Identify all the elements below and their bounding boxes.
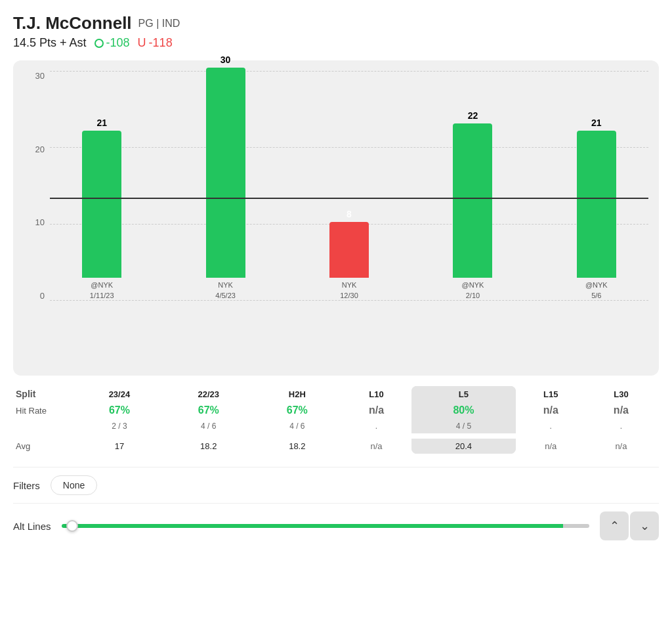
hit-rate-h2h: 67% — [253, 402, 341, 419]
alt-lines-slider[interactable] — [62, 524, 589, 528]
avg-l5: 20.4 — [411, 439, 516, 454]
avg-2223: 18.2 — [164, 439, 253, 454]
filters-none-button[interactable]: None — [51, 475, 97, 495]
arrow-up-button[interactable]: ⌃ — [600, 511, 629, 540]
fraction-label — [16, 419, 75, 433]
over-badge: -108 — [94, 36, 130, 50]
split-2324: 23/24 — [75, 386, 164, 402]
bar-group-3: 8 NYK12/30 — [297, 209, 401, 301]
hit-rate-l10: n/a — [341, 402, 411, 419]
bar-2 — [206, 68, 245, 278]
fractions-row: 2 / 3 4 / 6 4 / 6 . 4 / 5 . . — [16, 419, 656, 433]
alt-lines-label: Alt Lines — [13, 521, 51, 532]
hit-rate-l30: n/a — [586, 402, 656, 419]
bar-1 — [82, 131, 121, 278]
bar-label-1: @NYK1/11/23 — [90, 280, 114, 301]
under-odds: -118 — [149, 36, 173, 50]
arrow-down-button[interactable]: ⌄ — [630, 511, 659, 540]
split-h2h: H2H — [253, 386, 341, 402]
bar-group-5: 21 @NYK5/6 — [545, 118, 648, 301]
y-axis: 30 20 10 0 — [24, 71, 45, 320]
bar-value-2: 30 — [220, 54, 231, 65]
bar-label-2: NYK4/5/23 — [215, 280, 236, 301]
bar-5 — [577, 131, 616, 278]
avg-label: Avg — [16, 439, 75, 454]
fraction-h2h: 4 / 6 — [253, 419, 341, 433]
over-odds: -108 — [106, 36, 130, 50]
player-position-team: PG | IND — [138, 18, 180, 30]
y-label-30: 30 — [24, 71, 45, 81]
chart-container: 30 20 10 0 21 @NYK1/11/23 30 — [13, 60, 659, 376]
hit-rate-2324: 67% — [75, 402, 164, 419]
bar-label-3: NYK12/30 — [340, 280, 358, 301]
split-l30: L30 — [586, 386, 656, 402]
bar-label-5: @NYK5/6 — [585, 280, 608, 301]
fraction-l15: . — [516, 419, 586, 433]
slider-track — [62, 524, 589, 528]
y-label-0: 0 — [24, 291, 45, 301]
split-2223: 22/23 — [164, 386, 253, 402]
split-l15: L15 — [516, 386, 586, 402]
split-l5: L5 — [411, 386, 516, 402]
avg-l10: n/a — [341, 439, 411, 454]
fraction-l10: . — [341, 419, 411, 433]
hit-rate-label: Hit Rate — [16, 402, 75, 419]
split-l10: L10 — [341, 386, 411, 402]
bar-value-1: 21 — [96, 118, 107, 128]
player-name-row: T.J. McConnell PG | IND — [13, 13, 659, 33]
bars-row: 21 @NYK1/11/23 30 NYK4/5/23 8 NYK12/30 2… — [50, 54, 648, 320]
line-label: 14.5 Pts + Ast — [13, 36, 87, 50]
filters-label: Filters — [13, 480, 40, 491]
player-header: T.J. McConnell PG | IND 14.5 Pts + Ast -… — [13, 13, 659, 50]
y-label-20: 20 — [24, 144, 45, 154]
bar-group-4: 22 @NYK2/10 — [421, 110, 524, 301]
bar-group-2: 30 NYK4/5/23 — [173, 54, 277, 301]
slider-thumb[interactable] — [66, 520, 78, 532]
bar-label-4: @NYK2/10 — [462, 280, 484, 301]
arrow-buttons: ⌃ ⌄ — [600, 511, 659, 540]
alt-lines-section: Alt Lines ⌃ ⌄ — [13, 503, 659, 548]
bar-value-4: 22 — [468, 110, 478, 121]
bar-3 — [329, 222, 369, 278]
hit-rate-l15: n/a — [516, 402, 586, 419]
over-icon — [94, 39, 104, 48]
hit-rate-2223: 67% — [164, 402, 253, 419]
bar-4 — [453, 123, 492, 278]
fraction-l5: 4 / 5 — [411, 419, 516, 433]
chart-area: 30 20 10 0 21 @NYK1/11/23 30 — [24, 71, 648, 320]
y-label-10: 10 — [24, 217, 45, 227]
avg-h2h: 18.2 — [253, 439, 341, 454]
stats-table: Split 23/24 22/23 H2H L10 L5 L15 L30 Hit… — [16, 386, 656, 454]
player-line-info: 14.5 Pts + Ast -108 U -118 — [13, 36, 659, 50]
avg-l30: n/a — [586, 439, 656, 454]
hit-rate-l5: 80% — [411, 402, 516, 419]
under-badge: U -118 — [138, 36, 173, 50]
player-name: T.J. McConnell — [13, 13, 132, 33]
bar-value-3: 8 — [346, 209, 352, 219]
split-header-row: Split 23/24 22/23 H2H L10 L5 L15 L30 — [16, 386, 656, 402]
avg-l15: n/a — [516, 439, 586, 454]
fraction-l30: . — [586, 419, 656, 433]
under-u-label: U — [138, 36, 146, 50]
filters-section: Filters None — [13, 467, 659, 503]
bar-group-1: 21 @NYK1/11/23 — [50, 118, 154, 301]
fraction-2324: 2 / 3 — [75, 419, 164, 433]
hit-rate-row: Hit Rate 67% 67% 67% n/a 80% n/a n/a — [16, 402, 656, 419]
stats-section: Split 23/24 22/23 H2H L10 L5 L15 L30 Hit… — [13, 386, 659, 454]
avg-row: Avg 17 18.2 18.2 n/a 20.4 n/a n/a — [16, 439, 656, 454]
threshold-line — [50, 198, 648, 199]
spacer-row — [16, 433, 656, 439]
avg-2324: 17 — [75, 439, 164, 454]
bar-value-5: 21 — [591, 118, 602, 128]
fraction-2223: 4 / 6 — [164, 419, 253, 433]
split-col-label: Split — [16, 386, 75, 402]
